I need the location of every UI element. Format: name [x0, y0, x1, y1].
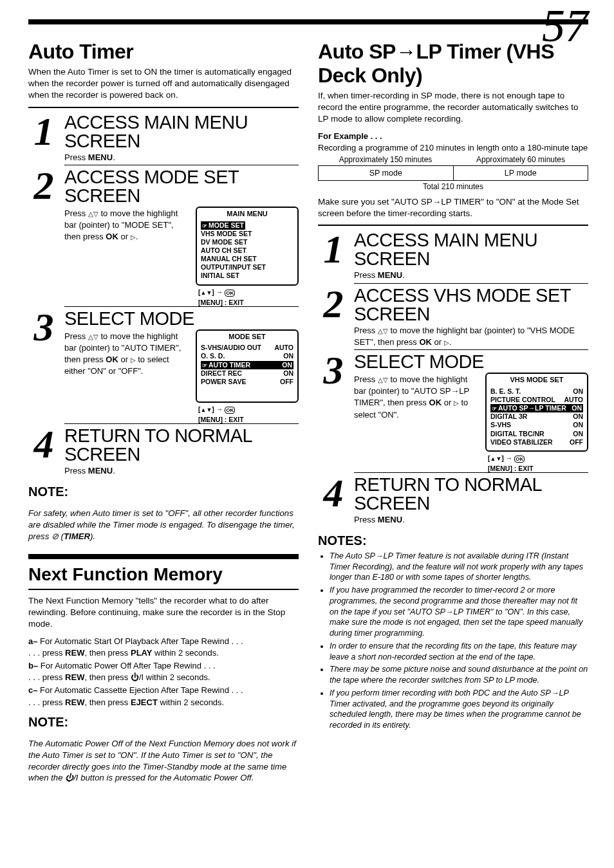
step-2: 2 ACCESS MODE SET SCREEN Press to move t… — [28, 165, 299, 306]
step-number: 3 — [34, 311, 54, 344]
two-columns: Auto Timer When the Auto Timer is set to… — [28, 40, 588, 792]
auto-timer-intro: When the Auto Timer is set to ON the tim… — [28, 66, 299, 102]
step-3: 3 SELECT MODE Press to move the highligh… — [28, 306, 299, 424]
splp-after: Make sure you set "AUTO SP→LP TIMER" to … — [318, 196, 588, 219]
step-text: Press MENU. — [64, 152, 299, 163]
auto-timer-heading: Auto Timer — [28, 40, 299, 64]
step-title: SELECT MODE — [354, 353, 588, 371]
nfm-note-text: The Automatic Power Off of the Next Func… — [28, 738, 299, 784]
nfm-heading: Next Function Memory — [28, 554, 299, 590]
note-item: In order to ensure that the recording fi… — [330, 641, 588, 662]
osd-main-menu: MAIN MENU MODE SET VHS MODE SET DV MODE … — [196, 207, 299, 306]
step-text: Press to move the highlight bar (pointer… — [354, 374, 479, 421]
nfm-note-heading: NOTE: — [28, 715, 299, 730]
note-item: There may be some picture noise and soun… — [330, 664, 588, 685]
r-step-3: 3 SELECT MODE Press to move the highligh… — [318, 349, 588, 472]
notes-list: The Auto SP→LP Timer feature is not avai… — [318, 551, 588, 731]
step-title: ACCESS MAIN MENU SCREEN — [354, 231, 588, 268]
note-item: If you perform timer recording with both… — [330, 688, 588, 731]
step-title: ACCESS VHS MODE SET SCREEN — [354, 286, 588, 324]
right-column: Auto SP→LP Timer (VHS Deck Only) If, whe… — [318, 40, 588, 792]
mode-row: SP mode LP mode — [318, 165, 588, 181]
step-number: 3 — [324, 355, 344, 387]
divider — [318, 225, 588, 226]
nfm-item-b: b– For Automatic Power Off After Tape Re… — [28, 660, 299, 683]
step-text: Press MENU. — [354, 514, 588, 526]
r-step-4: 4 RETURN TO NORMAL SCREEN Press MENU. — [318, 472, 588, 527]
step-title: RETURN TO NORMAL SCREEN — [64, 427, 299, 464]
divider — [28, 107, 299, 108]
manual-page: 57 Auto Timer When the Auto Timer is set… — [0, 0, 614, 818]
step-title: ACCESS MAIN MENU SCREEN — [64, 113, 299, 151]
nfm-item-c: c– For Automatic Cassette Ejection After… — [28, 685, 299, 708]
step-title: ACCESS MODE SET SCREEN — [64, 168, 299, 205]
notes-heading: NOTES: — [318, 533, 588, 548]
page-number: 57 — [542, 3, 588, 49]
left-column: Auto Timer When the Auto Timer is set to… — [28, 40, 299, 792]
splp-intro: If, when timer-recording in SP mode, the… — [318, 90, 588, 125]
note-item: If you have programmed the recorder to t… — [330, 585, 588, 639]
note-text: For safety, when Auto timer is set to "O… — [28, 508, 299, 542]
step-4: 4 RETURN TO NORMAL SCREEN Press MENU. — [28, 423, 299, 478]
step-number: 2 — [34, 170, 54, 202]
for-example: For Example . . .Recording a programme o… — [318, 131, 588, 154]
step-title: RETURN TO NORMAL SCREEN — [354, 476, 588, 513]
step-number: 1 — [324, 234, 344, 266]
step-number: 2 — [324, 288, 344, 320]
step-1: 1 ACCESS MAIN MENU SCREEN Press MENU. — [28, 111, 299, 165]
step-text: Press MENU. — [354, 270, 588, 281]
step-text: Press to move the highlight bar (pointer… — [64, 331, 189, 378]
note-item: The Auto SP→LP Timer feature is not avai… — [330, 551, 588, 583]
step-text: Press to move the highlight bar (pointer… — [354, 325, 588, 348]
r-step-1: 1 ACCESS MAIN MENU SCREEN Press MENU. — [318, 228, 588, 282]
step-text: Press MENU. — [64, 465, 299, 477]
nfm-intro: The Next Function Memory "tells" the rec… — [28, 595, 299, 631]
step-title: SELECT MODE — [64, 309, 299, 328]
osd-vhs-mode-set: VHS MODE SET B. E. S. T.ON PICTURE CONTR… — [485, 373, 588, 472]
top-rule: 57 — [28, 19, 588, 24]
step-number: 1 — [34, 116, 54, 148]
step-number: 4 — [34, 429, 54, 461]
approx-row: Approximately 150 minutes Approximately … — [318, 155, 588, 164]
osd-mode-set: MODE SET S-VHS/AUDIO OUTAUTO O. S. D.ON … — [196, 329, 299, 424]
step-number: 4 — [324, 477, 344, 510]
step-text: Press to move the highlight bar (pointer… — [64, 208, 189, 243]
r-step-2: 2 ACCESS VHS MODE SET SCREEN Press to mo… — [318, 283, 588, 349]
nfm-item-a: a– For Automatic Start Of Playback After… — [28, 636, 299, 659]
note-heading: NOTE: — [28, 485, 299, 499]
total-row: Total 210 minutes — [318, 182, 588, 191]
